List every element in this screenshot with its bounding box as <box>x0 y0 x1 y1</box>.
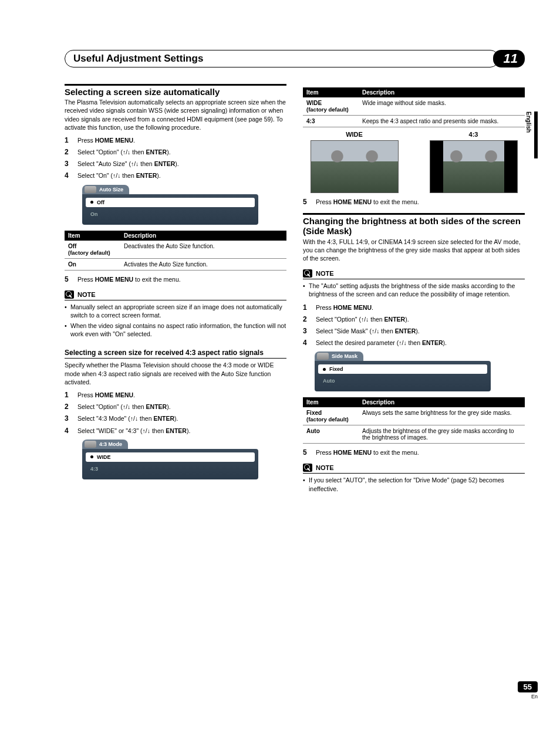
step-text: Select "Option" (↑/↓ then ENTER). <box>77 403 171 411</box>
step-number: 4 <box>303 339 316 347</box>
note-item: The "Auto" setting adjusts the brightnes… <box>303 282 525 298</box>
step-number: 5 <box>303 198 316 206</box>
osd-menu-item-selected: Fixed <box>318 364 487 374</box>
left-column: Selecting a screen size automatically Th… <box>65 84 286 498</box>
step-text: Select "On" (↑/↓ then ENTER). <box>77 171 161 180</box>
step-number: 2 <box>303 315 316 323</box>
table-cell: WIDE(factory default) <box>303 97 359 116</box>
table-cell: Fixed(factory default) <box>303 407 359 425</box>
updown-icon: ↑/↓ <box>123 148 130 156</box>
step-number: 3 <box>303 327 316 335</box>
note-icon <box>303 269 312 278</box>
table-header-item: Item <box>65 231 120 241</box>
step-text: Press HOME MENU to exit the menu. <box>77 275 181 283</box>
table-cell: Adjusts the brightness of the grey side … <box>359 425 525 444</box>
preview-label-43: 4:3 <box>422 131 525 138</box>
osd-menu-tab: 4:3 Mode <box>82 440 128 449</box>
step-text: Select "Side Mask" (↑/↓ then ENTER). <box>316 327 420 335</box>
section-heading-side-mask: Changing the brightness at both sides of… <box>303 216 525 236</box>
preview-label-wide: WIDE <box>303 131 406 138</box>
osd-menu-side-mask: Side Mask Fixed Auto <box>315 352 491 391</box>
updown-icon: ↑/↓ <box>361 316 369 323</box>
step-text: Select "4:3 Mode" (↑/↓ then ENTER). <box>77 414 178 423</box>
step-number: 4 <box>65 427 77 435</box>
preview-image-wide <box>311 140 399 193</box>
updown-icon: ↑/↓ <box>143 427 150 434</box>
osd-menu-auto-size: Auto Size Off On <box>82 185 258 225</box>
bullet-icon <box>90 455 93 458</box>
note-heading: NOTE <box>303 269 525 279</box>
osd-menu-tab: Auto Size <box>82 185 129 194</box>
tv-icon <box>85 441 96 448</box>
step-text: Press HOME MENU. <box>77 136 135 144</box>
step-number: 3 <box>65 414 77 423</box>
page-footer: 55 En <box>518 681 538 699</box>
table-cell: 4:3 <box>303 116 359 127</box>
step-text: Select "WIDE" or "4:3" (↑/↓ then ENTER). <box>77 427 190 435</box>
note-icon <box>303 464 312 472</box>
page-number: 55 <box>518 681 538 692</box>
tv-icon <box>85 186 96 193</box>
note-item: If you select "AUTO", the selection for … <box>303 476 525 492</box>
intro-text: With the 4:3, FULL 14:9, or CINEMA 14:9 … <box>303 238 525 263</box>
updown-icon: ↑/↓ <box>399 339 406 346</box>
language-tab: English <box>525 111 538 158</box>
step-number: 4 <box>65 171 77 180</box>
osd-menu-item-selected: WIDE <box>86 452 255 462</box>
table-cell: On <box>65 258 120 270</box>
step-text: Press HOME MENU to exit the menu. <box>316 198 419 206</box>
steps-auto-size: 1 Press HOME MENU. 2 Select "Option" (↑/… <box>65 136 286 180</box>
step-text: Press HOME MENU. <box>316 303 373 312</box>
table-cell: Wide image without side masks. <box>359 97 525 116</box>
osd-menu-item: On <box>86 209 255 219</box>
steps-43-mode: 1 Press HOME MENU. 2 Select "Option" (↑/… <box>65 391 286 435</box>
step-number: 2 <box>65 403 77 411</box>
step-number: 5 <box>303 448 316 457</box>
tv-icon <box>317 353 329 360</box>
subsection-heading-43: Selecting a screen size for received 4:3… <box>65 349 286 359</box>
osd-menu-item-selected: Off <box>86 198 255 207</box>
steps-side-mask: 1 Press HOME MENU. 2 Select "Option" (↑/… <box>303 303 525 347</box>
table-auto-size: ItemDescription Off(factory default)Deac… <box>65 231 286 271</box>
note-heading: NOTE <box>303 464 525 474</box>
right-column: ItemDescription WIDE(factory default)Wid… <box>303 84 525 498</box>
table-header-item: Item <box>303 87 359 97</box>
osd-menu-tab: Side Mask <box>315 352 363 361</box>
note-list: The "Auto" setting adjusts the brightnes… <box>303 282 525 298</box>
table-cell: Activates the Auto Size function. <box>120 258 286 270</box>
step-text: Select "Auto Size" (↑/↓ then ENTER). <box>77 160 179 168</box>
bullet-icon <box>90 201 93 204</box>
updown-icon: ↑/↓ <box>372 327 379 334</box>
step-number: 1 <box>65 136 77 144</box>
accent-bar <box>303 213 525 215</box>
table-cell: Deactivates the Auto Size function. <box>120 241 286 259</box>
updown-icon: ↑/↓ <box>130 415 138 422</box>
aspect-preview-row: WIDE 4:3 <box>303 131 525 193</box>
step-text: Press HOME MENU. <box>77 391 135 399</box>
osd-menu-43-mode: 4:3 Mode WIDE 4:3 <box>82 440 258 479</box>
table-side-mask: ItemDescription Fixed(factory default)Al… <box>303 397 525 444</box>
updown-icon: ↑/↓ <box>131 160 139 167</box>
table-cell: Always sets the same brightness for the … <box>359 407 525 425</box>
table-header-desc: Description <box>359 397 525 407</box>
table-cell: Off(factory default) <box>65 241 120 259</box>
page-lang: En <box>518 694 538 699</box>
table-header-desc: Description <box>359 87 525 97</box>
note-list: If you select "AUTO", the selection for … <box>303 476 525 492</box>
table-43-mode: ItemDescription WIDE(factory default)Wid… <box>303 87 525 127</box>
chapter-badge: 11 <box>493 50 525 67</box>
intro-text: The Plasma Television automatically sele… <box>65 98 286 131</box>
updown-icon: ↑/↓ <box>113 172 120 179</box>
step-number: 2 <box>65 148 77 156</box>
osd-menu-item: 4:3 <box>86 464 255 474</box>
page-header: Useful Adjustment Settings 11 <box>65 50 525 67</box>
header-title-pill: Useful Adjustment Settings <box>65 50 499 67</box>
section-heading-auto-size: Selecting a screen size automatically <box>65 87 286 97</box>
table-cell: Keeps the 4:3 aspect ratio and presents … <box>359 116 525 127</box>
header-title: Useful Adjustment Settings <box>73 53 498 65</box>
preview-image-43 <box>430 140 518 193</box>
updown-icon: ↑/↓ <box>123 403 130 410</box>
note-icon <box>65 290 74 299</box>
step-number: 1 <box>303 303 316 312</box>
note-item: When the video signal contains no aspect… <box>65 322 286 338</box>
